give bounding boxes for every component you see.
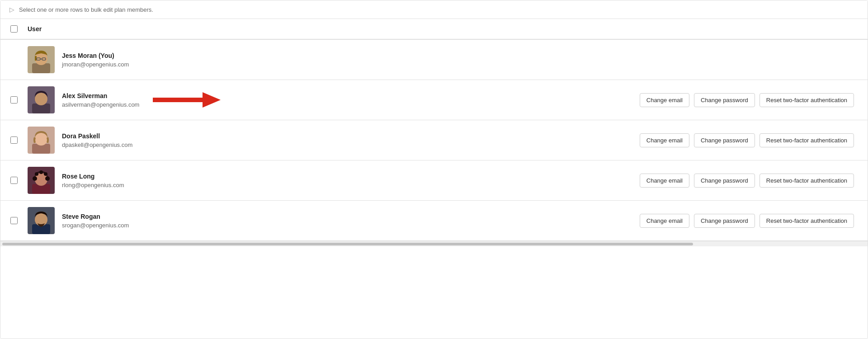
row-checkbox-rose[interactable] <box>10 177 18 184</box>
change-email-button-dora[interactable]: Change email <box>640 133 689 147</box>
user-details-alex: Alex Silverman asilverman@opengenius.com <box>62 92 139 108</box>
change-password-button-dora[interactable]: Change password <box>694 133 755 147</box>
user-details-jess: Jess Moran (You) jmoran@opengenius.com <box>62 52 129 68</box>
arrow-indicator <box>148 89 639 111</box>
change-password-button-rose[interactable]: Change password <box>694 174 755 188</box>
user-email-steve: srogan@opengenius.com <box>62 222 129 229</box>
avatar-alex <box>28 86 55 113</box>
user-info-dora: Dora Paskell dpaskell@opengenius.com <box>28 127 142 154</box>
change-email-button-alex[interactable]: Change email <box>640 93 689 107</box>
user-name-rose: Rose Long <box>62 173 124 180</box>
info-bar-message: Select one or more rows to bulk edit pla… <box>19 6 153 13</box>
reset-2fa-button-alex[interactable]: Reset two-factor authentication <box>760 93 854 107</box>
svg-marker-11 <box>203 92 221 108</box>
reset-2fa-button-dora[interactable]: Reset two-factor authentication <box>760 133 854 147</box>
row-actions-rose: Change email Change password Reset two-f… <box>640 174 868 188</box>
user-name-jess: Jess Moran (You) <box>62 52 129 59</box>
svg-point-19 <box>45 176 50 181</box>
flag-icon: ▷ <box>9 6 14 13</box>
svg-point-22 <box>39 170 43 174</box>
svg-point-9 <box>35 93 47 105</box>
user-info-rose: Rose Long rlong@opengenius.com <box>28 167 133 194</box>
svg-point-14 <box>35 133 47 146</box>
row-actions-dora: Change email Change password Reset two-f… <box>640 133 868 147</box>
change-email-button-steve[interactable]: Change email <box>640 214 689 228</box>
red-arrow-icon <box>148 89 221 111</box>
table-row: Alex Silverman asilverman@opengenius.com… <box>0 80 868 120</box>
members-table: ▷ Select one or more rows to bulk edit p… <box>0 0 868 339</box>
user-name-alex: Alex Silverman <box>62 92 139 99</box>
user-info-jess: Jess Moran (You) jmoran@opengenius.com <box>28 46 138 73</box>
avatar-rose <box>28 167 55 194</box>
table-row: Jess Moran (You) jmoran@opengenius.com <box>0 40 868 80</box>
avatar-steve <box>28 207 55 234</box>
row-checkbox-cell-rose[interactable] <box>0 177 28 184</box>
row-actions-steve: Change email Change password Reset two-f… <box>640 214 868 228</box>
user-email-alex: asilverman@opengenius.com <box>62 101 139 108</box>
user-details-rose: Rose Long rlong@opengenius.com <box>62 173 124 188</box>
svg-point-18 <box>33 176 37 181</box>
row-checkbox-cell-alex[interactable] <box>0 96 28 104</box>
row-actions-alex: Change email Change password Reset two-f… <box>640 93 868 107</box>
reset-2fa-button-steve[interactable]: Reset two-factor authentication <box>760 214 854 228</box>
row-checkbox-cell-dora[interactable] <box>0 137 28 144</box>
user-email-jess: jmoran@opengenius.com <box>62 61 129 68</box>
table-row: Dora Paskell dpaskell@opengenius.com Cha… <box>0 120 868 160</box>
user-details-steve: Steve Rogan srogan@opengenius.com <box>62 213 129 229</box>
row-checkbox-steve[interactable] <box>10 217 18 224</box>
user-name-steve: Steve Rogan <box>62 213 129 220</box>
scrollbar-thumb[interactable] <box>2 243 693 245</box>
user-column-header: User <box>28 24 868 34</box>
horizontal-scrollbar[interactable] <box>0 241 868 246</box>
user-info-steve: Steve Rogan srogan@opengenius.com <box>28 207 138 234</box>
change-email-button-rose[interactable]: Change email <box>640 174 689 188</box>
info-bar: ▷ Select one or more rows to bulk edit p… <box>0 0 868 19</box>
table-header: User <box>0 19 868 40</box>
user-name-dora: Dora Paskell <box>62 132 132 140</box>
reset-2fa-button-rose[interactable]: Reset two-factor authentication <box>760 174 854 188</box>
user-email-dora: dpaskell@opengenius.com <box>62 141 132 148</box>
table-row: Steve Rogan srogan@opengenius.com Change… <box>0 201 868 241</box>
row-checkbox-alex[interactable] <box>10 96 18 104</box>
change-password-button-alex[interactable]: Change password <box>694 93 755 107</box>
user-details-dora: Dora Paskell dpaskell@opengenius.com <box>62 132 132 148</box>
user-email-rose: rlong@opengenius.com <box>62 182 124 188</box>
svg-point-25 <box>35 213 47 226</box>
avatar-dora <box>28 127 55 154</box>
table-row: Rose Long rlong@opengenius.com Change em… <box>0 160 868 201</box>
header-checkbox-cell[interactable] <box>0 24 28 34</box>
select-all-checkbox[interactable] <box>10 25 18 33</box>
avatar-jess <box>28 46 55 73</box>
user-info-alex: Alex Silverman asilverman@opengenius.com <box>28 86 148 113</box>
svg-point-20 <box>35 172 38 176</box>
svg-point-21 <box>44 172 47 176</box>
row-checkbox-dora[interactable] <box>10 137 18 144</box>
change-password-button-steve[interactable]: Change password <box>694 214 755 228</box>
row-checkbox-cell-steve[interactable] <box>0 217 28 224</box>
